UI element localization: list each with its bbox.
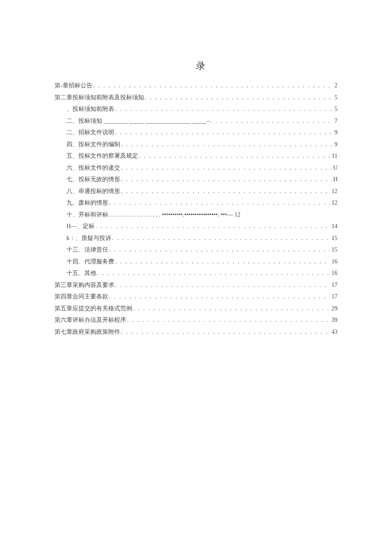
toc-page-number: U <box>332 165 337 171</box>
toc-page-number: 16 <box>331 259 337 265</box>
toc-entry-label: 第六章评标办法及开标程序 <box>55 317 126 323</box>
toc-page-number: 7 <box>334 118 337 124</box>
toc-entry-label: 二、投标须知 ________ _____ _______________ __… <box>66 118 210 124</box>
toc-page-number: 15 <box>331 247 337 253</box>
toc-leader <box>133 306 330 312</box>
toc-page-number: 43 <box>331 329 337 335</box>
toc-page-number: 12 <box>331 200 337 206</box>
toc-leader <box>97 270 330 276</box>
toc-leader <box>121 188 330 194</box>
toc-row: 二、投标须知 ________ _____ _______________ __… <box>55 118 337 124</box>
toc-leader <box>109 200 330 206</box>
toc-row: 十三、法律责任15 <box>55 247 337 253</box>
toc-page-number: 11 <box>331 153 337 159</box>
toc-page-number: 5 <box>334 106 337 112</box>
toc-leader <box>121 176 331 182</box>
toc-page-number: 2 <box>334 83 337 89</box>
toc-entry-label: 八、串通投标的情形 <box>66 188 120 194</box>
toc-page-number: 9 <box>334 130 337 136</box>
toc-leader <box>121 142 333 147</box>
toc-page-number: 29 <box>331 306 337 312</box>
toc-row: 七、投标无效的情形H <box>55 176 337 182</box>
toc-entry-label: 四、投标文件的编制 <box>66 142 120 147</box>
toc-row: 第二章投标须知前附表及投标须知5 <box>55 95 337 101</box>
toc-page-number: 17 <box>331 282 337 288</box>
toc-row: H—、定标14 <box>55 223 337 229</box>
toc-entry-label: k：、质疑与投诉 <box>66 235 111 241</box>
toc-leader <box>115 130 333 136</box>
toc-row: 十四、代理服务费16 <box>55 259 337 265</box>
toc-entry-label: 、投标须知前附表 <box>66 106 114 112</box>
toc-page-number: H <box>332 176 337 182</box>
toc-leader <box>210 118 333 124</box>
toc-entry-label: 九、废标的情形 <box>66 200 108 206</box>
toc-row: 六、投标文件的递交U <box>55 165 337 171</box>
toc-page-number: 12 <box>331 188 337 194</box>
toc-entry-label: 五、投标文件的察署及规定 <box>66 153 138 159</box>
toc-page-number: 15 <box>331 235 337 241</box>
toc-row: 、投标须知前附表5 <box>55 106 337 112</box>
toc-row: 九、废标的情形12 <box>55 200 337 206</box>
toc-leader <box>139 153 330 159</box>
toc-leader <box>121 329 330 335</box>
toc-page-number: 17 <box>331 294 337 300</box>
toc-entry-label: 七、投标无效的情形 <box>66 176 120 182</box>
toc-row: 第五章应提交的有关格式范例29 <box>55 306 337 312</box>
toc-row: 十、开标和评标. . . . . . . . . . . . . . . . .… <box>55 212 337 218</box>
toc-entry-label: 十四、代理服务费 <box>66 259 114 265</box>
toc-entry-label: 十三、法律责任 <box>66 247 108 253</box>
toc-leader <box>112 235 330 241</box>
toc-page-number: 39 <box>331 317 337 323</box>
toc-leader <box>115 259 330 265</box>
toc-leader <box>109 247 330 253</box>
toc-row: 第四章合同主要条款17 <box>55 294 337 300</box>
toc-entry-label: 六、投标文件的递交 <box>66 165 120 171</box>
toc-entry-label: 第三章采购内容及要求 <box>55 282 114 288</box>
toc-leader <box>115 106 333 112</box>
toc-leader <box>121 165 331 171</box>
toc-page-number: 16 <box>331 270 337 276</box>
toc-row: 五、投标文件的察署及规定11 <box>55 153 337 159</box>
toc-title: 录 <box>55 60 337 72</box>
toc-row: 二、招标文件说明9 <box>55 130 337 136</box>
toc-row: 第六章评标办法及开标程序39 <box>55 317 337 323</box>
toc-leader <box>115 282 330 288</box>
toc-page-number: 5 <box>334 95 337 101</box>
toc-row: 八、串通投标的情形12 <box>55 188 337 194</box>
toc-entry-label: 第-章招标公告 <box>55 83 92 89</box>
toc-row: k：、质疑与投诉15 <box>55 235 337 241</box>
toc-entry-label: 第四章合同主要条款 <box>55 294 108 300</box>
toc-leader <box>145 95 333 101</box>
toc-leader <box>127 317 330 323</box>
toc-entry-label: H—、定标 <box>66 223 95 229</box>
toc-leader <box>109 294 330 300</box>
toc-row: 第七章政府采购政策附件43 <box>55 329 337 335</box>
toc-entry-label: 第七章政府采购政策附件 <box>55 329 120 335</box>
toc-row: 第-章招标公告2 <box>55 83 337 89</box>
toc-entry-label: 十五、其他 <box>66 270 96 276</box>
toc-row: 第三章采购内容及要求17 <box>55 282 337 288</box>
table-of-contents: 第-章招标公告2第二章投标须知前附表及投标须知5、投标须知前附表5二、投标须知 … <box>55 83 337 335</box>
toc-leader <box>93 83 333 89</box>
toc-entry-label: 二、招标文件说明 <box>66 130 114 136</box>
toc-entry-label: 十、开标和评标. . . . . . . . . . . . . . . . .… <box>66 212 240 218</box>
toc-row: 十五、其他16 <box>55 270 337 276</box>
toc-leader <box>95 223 330 229</box>
toc-row: 四、投标文件的编制9 <box>55 142 337 147</box>
toc-entry-label: 第五章应提交的有关格式范例 <box>55 306 132 312</box>
toc-entry-label: 第二章投标须知前附表及投标须知 <box>55 95 144 101</box>
toc-page-number: 14 <box>331 223 337 229</box>
toc-page-number: 9 <box>334 142 337 147</box>
